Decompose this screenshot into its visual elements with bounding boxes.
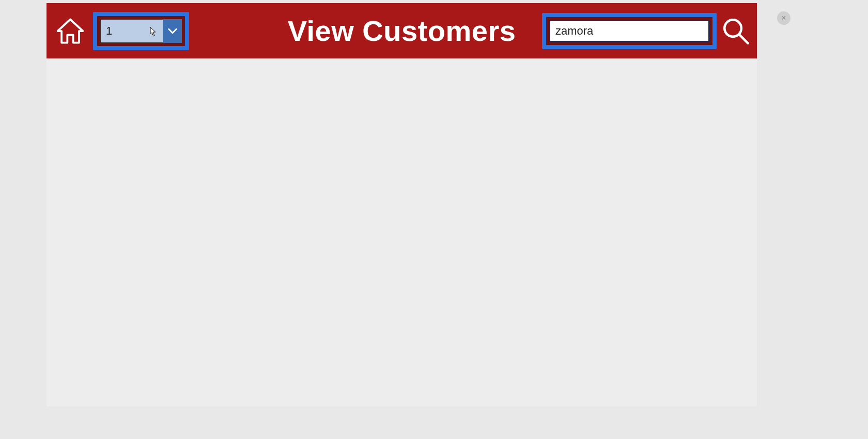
page-dropdown[interactable]: 1 xyxy=(97,16,185,46)
home-button[interactable] xyxy=(55,16,86,47)
home-icon xyxy=(55,16,86,47)
cursor-icon xyxy=(150,27,157,40)
search-input-highlight xyxy=(542,13,717,49)
page-title: View Customers xyxy=(288,14,516,48)
content-area xyxy=(47,58,757,406)
search-icon xyxy=(721,16,751,46)
search-input[interactable] xyxy=(549,20,709,42)
page-dropdown-highlight: 1 xyxy=(93,12,189,50)
page-dropdown-value[interactable]: 1 xyxy=(100,19,163,43)
app-window: 1 View Customers xyxy=(47,3,757,406)
svg-line-1 xyxy=(739,35,748,43)
page-dropdown-toggle[interactable] xyxy=(163,19,182,43)
search-input-wrap xyxy=(546,17,712,45)
close-button[interactable]: × xyxy=(777,11,791,25)
search-button[interactable] xyxy=(721,16,751,46)
page-dropdown-value-text: 1 xyxy=(106,24,112,38)
close-icon: × xyxy=(781,14,786,22)
chevron-down-icon xyxy=(167,25,178,37)
search-area xyxy=(542,13,751,49)
header-bar: 1 View Customers xyxy=(47,3,757,58)
